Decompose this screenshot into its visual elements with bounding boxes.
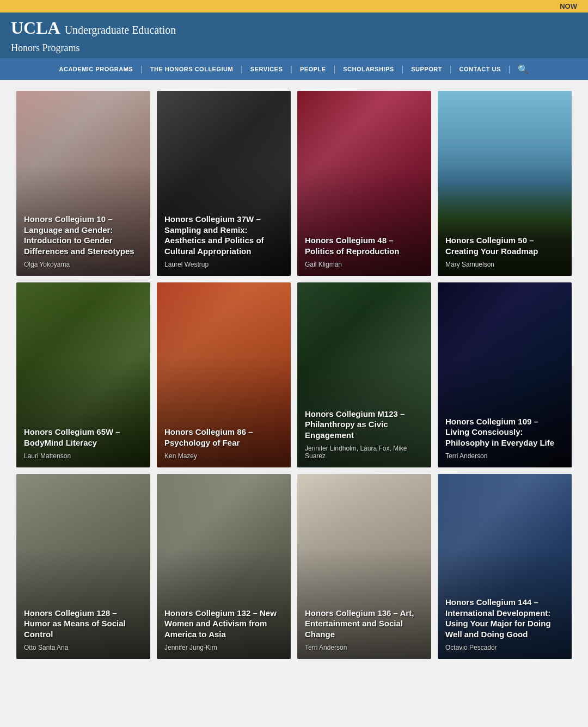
course-card-4[interactable]: Honors Collegium 50 – Creating Your Road…: [438, 91, 572, 276]
card-content-2: Honors Collegium 37W – Sampling and Remi…: [157, 205, 291, 276]
yellow-banner: NOW: [0, 0, 588, 13]
card-content-6: Honors Collegium 86 –Psychology of Fear …: [157, 418, 291, 467]
course-card-2[interactable]: Honors Collegium 37W – Sampling and Remi…: [157, 91, 291, 276]
card-title-9: Honors Collegium 128 – Humor as Means of…: [24, 608, 143, 640]
card-title-5: Honors Collegium 65W – BodyMind Literacy: [24, 427, 143, 448]
card-author-6: Ken Mazey: [164, 452, 283, 460]
card-content-4: Honors Collegium 50 – Creating Your Road…: [438, 226, 572, 276]
card-title-7: Honors Collegium M123 – Philanthropy as …: [305, 409, 424, 441]
card-content-5: Honors Collegium 65W – BodyMind Literacy…: [16, 418, 150, 467]
card-author-7: Jennifer Lindholm, Laura Fox, Mike Suare…: [305, 445, 424, 460]
card-content-12: Honors Collegium 144 – International Dev…: [438, 588, 572, 659]
nav-scholarships[interactable]: SCHOLARSHIPS: [335, 58, 401, 80]
header-top: UCLA Undergraduate Education: [0, 13, 588, 41]
course-card-3[interactable]: Honors Collegium 48 – Politics of Reprod…: [297, 91, 431, 276]
card-author-10: Jennifer Jung-Kim: [164, 644, 283, 651]
card-title-11: Honors Collegium 136 – Art, Entertainmen…: [305, 608, 424, 640]
card-content-10: Honors Collegium 132 – New Women and Act…: [157, 599, 291, 660]
card-title-6: Honors Collegium 86 –Psychology of Fear: [164, 427, 283, 448]
ucla-logo: UCLA Undergraduate Education: [11, 18, 176, 38]
card-author-8: Terri Anderson: [445, 452, 564, 460]
course-card-8[interactable]: Honors Collegium 109 – Living Consciousl…: [438, 282, 572, 467]
nav-academic-programs[interactable]: ACADEMIC PROGRAMS: [52, 58, 141, 80]
nav-support[interactable]: SUPPORT: [403, 58, 450, 80]
grid-row-1: Honors Collegium 10 – Language and Gende…: [16, 91, 572, 276]
search-icon[interactable]: 🔍: [510, 64, 536, 75]
course-card-12[interactable]: Honors Collegium 144 – International Dev…: [438, 474, 572, 659]
ucla-wordmark: UCLA: [11, 18, 60, 38]
card-author-11: Terri Anderson: [305, 644, 424, 651]
nav-services[interactable]: SERVICES: [243, 58, 290, 80]
card-content-11: Honors Collegium 136 – Art, Entertainmen…: [297, 599, 431, 660]
grid-row-3: Honors Collegium 128 – Humor as Means of…: [16, 474, 572, 659]
course-card-11[interactable]: Honors Collegium 136 – Art, Entertainmen…: [297, 474, 431, 659]
course-card-1[interactable]: Honors Collegium 10 – Language and Gende…: [16, 91, 150, 276]
card-content-1: Honors Collegium 10 – Language and Gende…: [16, 205, 150, 276]
card-title-3: Honors Collegium 48 – Politics of Reprod…: [305, 235, 424, 256]
card-title-1: Honors Collegium 10 – Language and Gende…: [24, 214, 143, 256]
nav-contact-us[interactable]: CONTACT US: [452, 58, 509, 80]
grid-row-2: Honors Collegium 65W – BodyMind Literacy…: [16, 282, 572, 467]
card-author-5: Lauri Mattenson: [24, 452, 143, 460]
card-title-2: Honors Collegium 37W – Sampling and Remi…: [164, 214, 283, 256]
card-author-2: Laurel Westrup: [164, 261, 283, 268]
card-content-3: Honors Collegium 48 – Politics of Reprod…: [297, 226, 431, 276]
course-card-7[interactable]: Honors Collegium M123 – Philanthropy as …: [297, 282, 431, 467]
honors-programs-text: Honors Programs: [11, 42, 80, 53]
nav-honors-collegium[interactable]: THE HONORS COLLEGIUM: [143, 58, 241, 80]
main-navigation: ACADEMIC PROGRAMS | THE HONORS COLLEGIUM…: [0, 58, 588, 80]
card-title-12: Honors Collegium 144 – International Dev…: [445, 597, 564, 639]
course-card-9[interactable]: Honors Collegium 128 – Humor as Means of…: [16, 474, 150, 659]
card-title-4: Honors Collegium 50 – Creating Your Road…: [445, 235, 564, 256]
card-title-10: Honors Collegium 132 – New Women and Act…: [164, 608, 283, 640]
course-card-6[interactable]: Honors Collegium 86 –Psychology of Fear …: [157, 282, 291, 467]
course-card-5[interactable]: Honors Collegium 65W – BodyMind Literacy…: [16, 282, 150, 467]
card-author-4: Mary Samuelson: [445, 261, 564, 268]
header-honors: Honors Programs: [0, 41, 588, 58]
nav-people[interactable]: PEOPLE: [292, 58, 334, 80]
card-content-8: Honors Collegium 109 – Living Consciousl…: [438, 408, 572, 468]
card-title-8: Honors Collegium 109 – Living Consciousl…: [445, 416, 564, 448]
card-author-9: Otto Santa Ana: [24, 644, 143, 651]
card-content-9: Honors Collegium 128 – Humor as Means of…: [16, 599, 150, 660]
course-card-10[interactable]: Honors Collegium 132 – New Women and Act…: [157, 474, 291, 659]
card-author-1: Olga Yokoyama: [24, 261, 143, 268]
header-subtitle: Undergraduate Education: [65, 24, 176, 36]
card-author-12: Octavio Pescador: [445, 644, 564, 651]
courses-grid: Honors Collegium 10 – Language and Gende…: [0, 80, 588, 676]
card-author-3: Gail Kligman: [305, 261, 424, 268]
banner-text: NOW: [560, 2, 577, 10]
card-content-7: Honors Collegium M123 – Philanthropy as …: [297, 400, 431, 468]
